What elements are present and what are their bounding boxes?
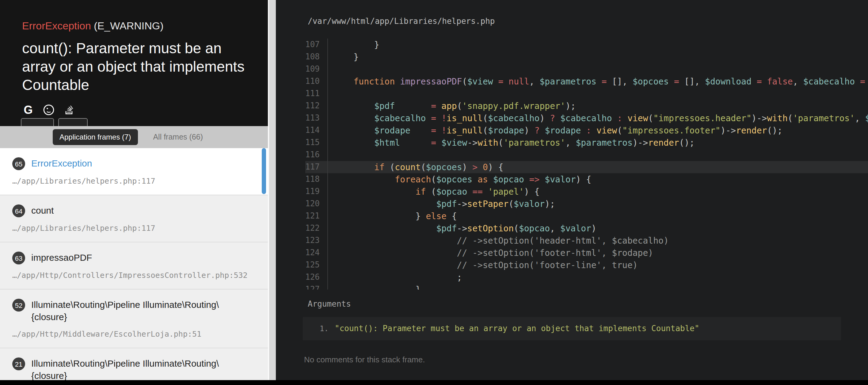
frame-path: …/app/Http/Controllers/ImpressoesControl… (12, 271, 252, 280)
exception-message: count(): Parameter must be an array or a… (22, 39, 251, 95)
line-number: 119 (305, 185, 328, 198)
exception-class: ErrorException (22, 20, 91, 32)
code-line: 126 ; (305, 271, 868, 283)
line-number: 122 (305, 222, 328, 235)
stackoverflow-icon[interactable] (63, 104, 75, 116)
line-number: 120 (305, 198, 328, 210)
tab-application-frames[interactable]: Application frames (7) (53, 129, 137, 145)
frame-path: …/app/Libraries/helpers.php:117 (12, 176, 252, 185)
code-line: 125 // ->setOption('footer-line', true) (305, 259, 868, 271)
header-button-stub[interactable] (21, 118, 54, 126)
frame-item[interactable]: 63impressaoPDF…/app/Http/Controllers/Imp… (0, 242, 268, 289)
duckduckgo-icon[interactable] (42, 104, 55, 116)
line-number: 115 (305, 137, 328, 149)
code-line: 123 // ->setOption('header-html', $cabec… (305, 235, 868, 247)
file-path: /var/www/html/app/Libraries/helpers.php (308, 16, 868, 26)
code-line: 127 } (305, 283, 868, 289)
code-text: function impressaoPDF($view = null, $par… (328, 75, 868, 88)
code-text: if ($opcao == 'papel') { (328, 185, 539, 198)
line-number: 124 (305, 247, 328, 259)
frame-index-badge: 21 (12, 357, 25, 370)
code-text (328, 149, 333, 161)
code-text: $pdf = app('snappy.pdf.wrapper'); (328, 100, 576, 112)
argument-item: 1."count(): Parameter must be an array o… (303, 322, 841, 335)
argument-index: 1. (303, 322, 329, 335)
exception-summary: ErrorException (E_WARNING) count(): Para… (0, 0, 268, 126)
code-line: 118 foreach($opcoes as $opcao => $valor)… (305, 173, 868, 185)
tab-all-frames[interactable]: All frames (66) (153, 133, 203, 141)
line-number: 123 (305, 235, 328, 247)
line-number: 114 (305, 124, 328, 137)
frame-title: impressaoPDF (31, 252, 92, 264)
frame-index-badge: 52 (12, 299, 25, 312)
code-text (328, 63, 333, 75)
line-number: 121 (305, 210, 328, 222)
frame-path: …/app/Libraries/helpers.php:117 (12, 223, 252, 233)
code-line: 121 } else { (305, 210, 868, 222)
frame-index-badge: 64 (12, 204, 25, 217)
code-text: ; (328, 271, 462, 283)
line-number: 118 (305, 173, 328, 185)
line-number: 111 (305, 88, 328, 100)
frames-scrollbar-thumb[interactable] (262, 148, 266, 194)
footer-bar (0, 380, 868, 385)
code-line: 108 } (305, 51, 868, 63)
exception-title: ErrorException (E_WARNING) (22, 20, 251, 33)
frame-item[interactable]: 52Illuminate\Routing\Pipeline Illuminate… (0, 289, 268, 348)
code-line: 111 (305, 88, 868, 100)
argument-value: "count(): Parameter must be an array or … (335, 322, 700, 335)
code-text: $rodape = !is_null($rodape) ? $rodape : … (328, 124, 782, 137)
frame-title: ErrorException (31, 157, 92, 170)
code-line: 124 // ->setOption('footer-html', $rodap… (305, 247, 868, 259)
code-text: $html = $view->with('parametros', $param… (328, 137, 694, 149)
code-text: foreach($opcoes as $opcao => $valor) { (328, 173, 591, 185)
code-line: 115 $html = $view->with('parametros', $p… (305, 137, 868, 149)
code-text: $cabecalho = !is_null($cabecalho) ? $cab… (328, 112, 868, 124)
code-line: 120 $pdf->setPaper($valor); (305, 198, 868, 210)
line-number: 113 (305, 112, 328, 124)
frame-title: Illuminate\Routing\Pipeline Illuminate\R… (31, 299, 252, 323)
search-help-icons: G (22, 104, 251, 116)
line-number: 109 (305, 63, 328, 75)
frame-item[interactable]: 64count…/app/Libraries/helpers.php:117 (0, 195, 268, 242)
whoops-error-page: ErrorException (E_WARNING) count(): Para… (0, 0, 868, 385)
line-number: 126 (305, 271, 328, 283)
code-line: 116 (305, 149, 868, 161)
code-line: 119 if ($opcao == 'papel') { (305, 185, 868, 198)
code-text: } (328, 283, 421, 289)
line-number: 112 (305, 100, 328, 112)
code-text: $pdf->setPaper($valor); (328, 198, 555, 210)
line-number: 108 (305, 51, 328, 63)
code-text: if (count($opcoes) > 0) { (328, 161, 503, 173)
code-text: $pdf->setOption($opcao, $valor) (328, 222, 596, 235)
code-text: } (328, 51, 359, 63)
left-panel: ErrorException (E_WARNING) count(): Para… (0, 0, 268, 385)
google-icon[interactable]: G (22, 104, 34, 116)
line-number: 117 (305, 161, 328, 173)
code-text: } (328, 39, 379, 51)
frame-index-badge: 63 (12, 252, 25, 265)
code-block: 107 }108 }109110 function impressaoPDF($… (305, 39, 868, 289)
line-number: 127 (305, 283, 328, 289)
header-button-stub[interactable] (58, 118, 88, 126)
code-text: // ->setOption('footer-html', $rodape) (328, 247, 653, 259)
code-text: // ->setOption('footer-line', true) (328, 259, 638, 271)
frame-item[interactable]: 65ErrorException…/app/Libraries/helpers.… (0, 148, 268, 195)
code-panel: /var/www/html/app/Libraries/helpers.php … (276, 0, 868, 385)
frame-title: Illuminate\Routing\Pipeline Illuminate\R… (31, 357, 252, 382)
code-line: 109 (305, 63, 868, 75)
code-text: } else { (328, 210, 457, 222)
frames-tabs: Application frames (7) All frames (66) (0, 126, 268, 148)
code-line: 110 function impressaoPDF($view = null, … (305, 75, 868, 88)
line-number: 116 (305, 149, 328, 161)
arguments-title: Arguments (308, 299, 868, 309)
left-panel-scrollbar[interactable] (268, 0, 276, 385)
code-line: 113 $cabecalho = !is_null($cabecalho) ? … (305, 112, 868, 124)
frame-item[interactable]: 21Illuminate\Routing\Pipeline Illuminate… (0, 348, 268, 385)
line-number: 107 (305, 39, 328, 51)
code-line: 122 $pdf->setOption($opcao, $valor) (305, 222, 868, 235)
frame-path: …/app/Http/Middleware/EscolherLoja.php:5… (12, 329, 252, 339)
frame-title: count (31, 204, 54, 217)
code-line: 112 $pdf = app('snappy.pdf.wrapper'); (305, 100, 868, 112)
code-text (328, 88, 333, 100)
